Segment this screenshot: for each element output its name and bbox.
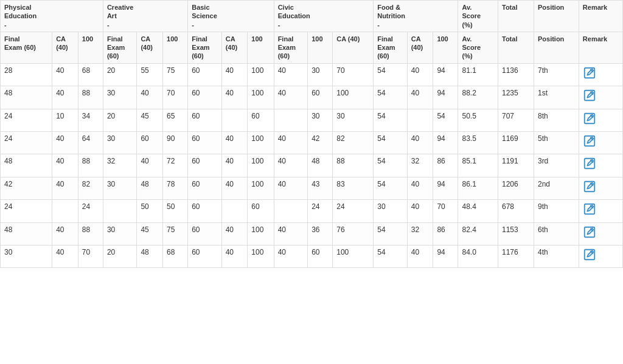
table-cell: 72 xyxy=(163,154,188,177)
table-cell: 42 xyxy=(308,131,333,154)
table-cell: 36 xyxy=(308,222,333,245)
sci-100-header: 100 xyxy=(248,32,274,63)
art-100-header: 100 xyxy=(163,32,188,63)
table-row: 244064306090604010040428254409483.511695… xyxy=(1,131,623,154)
edit-icon[interactable] xyxy=(583,202,596,219)
table-cell: 60 xyxy=(248,200,274,222)
table-cell: 30 xyxy=(103,222,137,245)
table-cell: 40 xyxy=(274,245,308,267)
table-cell: 100 xyxy=(248,86,274,109)
table-cell: 54 xyxy=(374,63,408,86)
phys-ed-header: PhysicalEducation- xyxy=(1,1,103,32)
table-cell: 20 xyxy=(103,245,137,267)
remark-header: Remark xyxy=(579,1,622,32)
table-cell: 100 xyxy=(333,86,374,109)
table-cell: 40 xyxy=(274,222,308,245)
table-cell: 24 xyxy=(1,200,52,222)
edit-icon[interactable] xyxy=(583,89,596,106)
table-cell: 40 xyxy=(137,154,163,177)
av-score-sub-header: Av.Score(%) xyxy=(458,32,498,63)
table-row: 24103420456560603030545450.57078th xyxy=(1,109,623,131)
edit-icon[interactable] xyxy=(583,134,596,151)
food-final-exam-header: FinalExam(60) xyxy=(374,32,408,63)
table-cell: 50.5 xyxy=(458,109,498,131)
table-cell: 88 xyxy=(78,154,103,177)
results-table: PhysicalEducation- CreativeArt- BasicSci… xyxy=(0,0,623,268)
table-cell: 90 xyxy=(163,131,188,154)
table-cell: 40 xyxy=(274,154,308,177)
civic-100-header: 100 xyxy=(308,32,333,63)
table-cell: 60 xyxy=(188,245,222,267)
edit-cell[interactable] xyxy=(579,131,622,154)
table-cell: 3rd xyxy=(534,154,579,177)
table-cell: 86.1 xyxy=(458,177,498,199)
table-cell: 100 xyxy=(248,131,274,154)
table-row: 484088324072604010040488854328685.111913… xyxy=(1,154,623,177)
table-cell xyxy=(221,200,248,222)
edit-icon[interactable] xyxy=(583,157,596,174)
table-cell: 68 xyxy=(78,63,103,86)
edit-icon[interactable] xyxy=(583,248,596,265)
position-header: Position xyxy=(534,1,579,32)
table-cell xyxy=(274,200,308,222)
edit-icon[interactable] xyxy=(583,66,596,83)
table-cell: 1169 xyxy=(498,131,534,154)
table-cell: 40 xyxy=(221,222,248,245)
edit-icon[interactable] xyxy=(583,112,596,129)
table-cell: 60 xyxy=(188,131,222,154)
edit-cell[interactable] xyxy=(579,154,622,177)
table-cell: 1206 xyxy=(498,177,534,199)
table-cell: 54 xyxy=(374,154,408,177)
table-cell: 100 xyxy=(248,63,274,86)
position-sub-header: Position xyxy=(534,32,579,63)
table-cell: 60 xyxy=(188,154,222,177)
table-cell: 1191 xyxy=(498,154,534,177)
edit-icon[interactable] xyxy=(583,225,596,242)
table-cell: 100 xyxy=(333,245,374,267)
table-cell: 678 xyxy=(498,200,534,222)
table-cell: 707 xyxy=(498,109,534,131)
table-cell: 24 xyxy=(78,200,103,222)
edit-cell[interactable] xyxy=(579,63,622,86)
table-cell: 54 xyxy=(374,109,408,131)
table-cell: 64 xyxy=(78,131,103,154)
table-row: 3040702048686040100406010054409484.01176… xyxy=(1,245,623,267)
edit-cell[interactable] xyxy=(579,109,622,131)
table-cell xyxy=(407,109,433,131)
table-cell: 60 xyxy=(188,86,222,109)
table-cell: 42 xyxy=(1,177,52,199)
table-cell: 40 xyxy=(52,245,78,267)
table-cell: 94 xyxy=(433,177,458,199)
table-cell: 24 xyxy=(1,109,52,131)
table-cell: 40 xyxy=(407,63,433,86)
table-cell: 30 xyxy=(103,177,137,199)
table-cell: 60 xyxy=(188,177,222,199)
table-row: 284068205575604010040307054409481.111367… xyxy=(1,63,623,86)
edit-cell[interactable] xyxy=(579,86,622,109)
table-cell: 94 xyxy=(433,131,458,154)
table-cell: 9th xyxy=(534,200,579,222)
table-cell: 24 xyxy=(308,200,333,222)
table-cell: 40 xyxy=(221,63,248,86)
table-cell: 4th xyxy=(534,245,579,267)
table-cell: 45 xyxy=(137,222,163,245)
edit-cell[interactable] xyxy=(579,245,622,267)
table-cell: 94 xyxy=(433,245,458,267)
table-row: 484088304575604010040367654328682.411536… xyxy=(1,222,623,245)
table-cell: 24 xyxy=(333,200,374,222)
table-cell: 82 xyxy=(333,131,374,154)
edit-cell[interactable] xyxy=(579,200,622,222)
table-cell: 40 xyxy=(52,177,78,199)
edit-cell[interactable] xyxy=(579,177,622,199)
edit-icon[interactable] xyxy=(583,180,596,197)
table-cell: 60 xyxy=(188,200,222,222)
table-cell: 70 xyxy=(433,200,458,222)
table-cell: 34 xyxy=(78,109,103,131)
edit-cell[interactable] xyxy=(579,222,622,245)
table-cell: 32 xyxy=(103,154,137,177)
table-cell xyxy=(221,109,248,131)
total-sub-header: Total xyxy=(498,32,534,63)
table-cell: 100 xyxy=(248,245,274,267)
table-cell: 86 xyxy=(433,154,458,177)
table-row: 4840883040706040100406010054409488.21235… xyxy=(1,86,623,109)
